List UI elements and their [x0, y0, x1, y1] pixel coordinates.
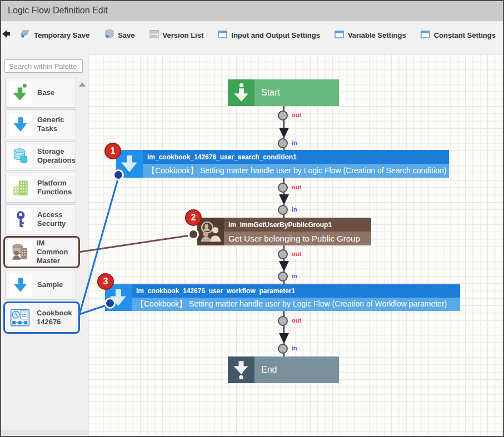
variable-settings-button[interactable]: Variable Settings — [327, 26, 413, 44]
palette-item-sample[interactable]: Sample — [5, 270, 76, 300]
cookbook-board-icon — [8, 306, 32, 329]
flow-node-end[interactable]: End — [228, 356, 339, 383]
back-arrow-icon — [1, 29, 12, 41]
settings-window-icon — [335, 31, 344, 40]
task2-id-label: im_immGetUserByPublicGroup1 — [224, 218, 371, 232]
settings-window-icon — [421, 31, 430, 40]
end-node-label: End — [255, 356, 339, 383]
save-label: Save — [118, 31, 134, 39]
io-settings-button[interactable]: Input and Output Settings — [211, 26, 327, 44]
flow-canvas[interactable]: Start out in im_cookbook_142676_user_sea… — [88, 54, 504, 436]
toolbar: Temporary Save Save Version List Input a… — [1, 21, 503, 55]
port-in-label: in — [292, 345, 297, 351]
port-out-label: out — [292, 250, 301, 257]
port-in-label: in — [292, 206, 297, 213]
key-icon — [9, 208, 32, 231]
port-out[interactable] — [278, 183, 288, 193]
palette-item-label: Generic Tasks — [37, 115, 76, 133]
flow-node-task2[interactable]: im_immGetUserByPublicGroup1 Get User bel… — [197, 218, 371, 245]
port-in[interactable] — [278, 138, 288, 148]
palette-item-label: IM Common Master — [37, 239, 77, 265]
constant-settings-label: Constant Settings — [434, 31, 496, 39]
task1-desc-label: 【Cookbook】 Setting matter handle user by… — [143, 164, 449, 178]
port-in-label: in — [292, 139, 297, 146]
port-out-label: out — [292, 317, 301, 324]
step-badge-3: 3 — [97, 273, 114, 290]
user-group-search-icon — [197, 218, 224, 245]
flow-node-start[interactable]: Start — [228, 79, 339, 106]
task1-id-label: im_cookbook_142676_user_search_condition… — [143, 150, 449, 164]
storage-cylinder-icon — [9, 144, 32, 168]
end-arrow-icon — [228, 356, 255, 383]
start-arrow-icon — [228, 79, 255, 106]
palette-scrollbar-track[interactable] — [1, 430, 88, 436]
logic-flow-editor-window: { "window_title": "Logic Flow Definition… — [0, 0, 504, 437]
task2-desc-label: Get User belonging to Public Group — [224, 232, 371, 245]
flow-node-task3[interactable]: im_cookbook_142676_user_workflow_paramet… — [105, 284, 460, 311]
temporary-save-icon — [19, 30, 30, 41]
palette-list: Base Generic Tasks Storage Operations — [1, 78, 88, 335]
port-out[interactable] — [278, 249, 288, 259]
blue-arrow-icon — [9, 273, 32, 297]
platform-blocks-icon — [9, 176, 32, 199]
palette-panel: Base Generic Tasks Storage Operations — [1, 54, 89, 436]
port-in[interactable] — [278, 272, 288, 282]
constant-settings-button[interactable]: Constant Settings — [413, 26, 503, 44]
port-in[interactable] — [278, 344, 288, 354]
step-badge-2: 2 — [185, 209, 202, 226]
blue-arrow-icon — [9, 113, 32, 136]
temporary-save-button[interactable]: Temporary Save — [12, 26, 97, 44]
window-titlebar: Logic Flow Definition Edit — [1, 1, 503, 21]
page-title: Logic Flow Definition Edit — [1, 6, 108, 16]
palette-item-base[interactable]: Base — [5, 78, 76, 108]
port-out-label: out — [292, 112, 301, 118]
palette-item-im-common-master[interactable]: IM Common Master — [3, 236, 80, 268]
palette-item-access-security[interactable]: Access Security — [5, 204, 76, 234]
flow-node-task1[interactable]: im_cookbook_142676_user_search_condition… — [116, 150, 449, 178]
port-out[interactable] — [278, 110, 288, 120]
palette-item-cookbook-142676[interactable]: Cookbook 142676 — [3, 302, 80, 334]
port-out[interactable] — [278, 316, 288, 326]
save-button[interactable]: Save — [97, 26, 142, 44]
back-button[interactable] — [1, 26, 12, 44]
palette-item-label: Platform Functions — [37, 179, 76, 197]
step-badge-1: 1 — [104, 143, 121, 159]
version-list-label: Version List — [163, 31, 204, 39]
port-in-label: in — [292, 273, 297, 279]
task3-palette-link-dot — [104, 298, 116, 309]
task3-id-label: im_cookbook_142676_user_workflow_paramet… — [132, 284, 460, 298]
master-db-people-icon — [8, 240, 32, 264]
start-node-label: Start — [255, 79, 339, 106]
temporary-save-label: Temporary Save — [34, 31, 89, 39]
palette-item-platform-functions[interactable]: Platform Functions — [5, 173, 76, 203]
variable-settings-label: Variable Settings — [348, 31, 406, 39]
palette-item-label: Cookbook 142676 — [37, 309, 77, 327]
save-icon — [104, 29, 114, 41]
task2-palette-link-dot — [188, 229, 199, 240]
io-settings-label: Input and Output Settings — [231, 31, 320, 39]
palette-item-label: Sample — [37, 280, 76, 289]
settings-window-icon — [218, 31, 227, 40]
palette-item-generic-tasks[interactable]: Generic Tasks — [5, 109, 76, 139]
palette-item-label: Access Security — [37, 210, 76, 228]
version-list-button[interactable]: Version List — [142, 26, 211, 44]
port-out-label: out — [292, 184, 301, 190]
version-list-icon — [149, 30, 159, 40]
task3-desc-label: 【Cookbook】 Setting matter handle user by… — [132, 298, 460, 311]
palette-item-label: Base — [37, 88, 76, 97]
palette-item-label: Storage Operations — [37, 147, 76, 165]
palette-search-input[interactable] — [4, 59, 83, 73]
task1-palette-link-dot — [113, 169, 124, 180]
green-arrow-dot-icon — [9, 81, 32, 104]
palette-item-storage-operations[interactable]: Storage Operations — [5, 141, 76, 171]
port-in[interactable] — [278, 205, 288, 215]
